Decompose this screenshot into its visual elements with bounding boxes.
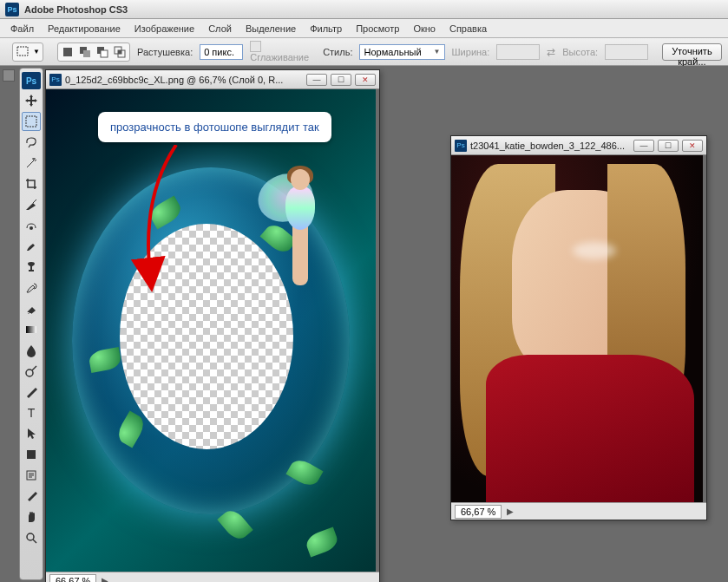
maximize-button[interactable]: ☐ [331, 74, 351, 86]
marquee-icon [16, 45, 30, 59]
zoom-tool[interactable] [22, 528, 41, 547]
eyedrop-icon [24, 489, 38, 503]
chevron-down-icon: ▼ [434, 48, 441, 56]
refine-edge-button[interactable]: Уточнить край... [662, 43, 722, 61]
dodge-icon [24, 364, 38, 378]
document-canvas-area[interactable]: прозрачность в фотошопе выглядит так [46, 89, 379, 572]
canvas-content [451, 155, 703, 502]
document-title: 0_125d2_c69bbc9c_XL.png @ 66,7% (Слой 0,… [65, 75, 303, 85]
notes-tool[interactable] [22, 466, 41, 485]
slice-tool[interactable] [22, 195, 41, 214]
eyedropper-tool[interactable] [22, 487, 41, 506]
marquee-icon [24, 114, 38, 128]
style-select[interactable]: Нормальный ▼ [359, 44, 444, 60]
pen-tool[interactable] [22, 383, 41, 402]
histbrush-icon [24, 281, 38, 295]
blur-icon [24, 343, 38, 357]
selection-mode-group [57, 43, 130, 62]
blur-tool[interactable] [22, 341, 41, 360]
gradient-tool[interactable] [22, 320, 41, 339]
status-expand-icon[interactable]: ▶ [102, 576, 108, 582]
selection-add-button[interactable] [78, 45, 92, 59]
svg-rect-11 [26, 326, 36, 333]
dock-edge-bar [0, 66, 17, 582]
lasso-tool[interactable] [22, 133, 41, 152]
brush-tool[interactable] [22, 237, 41, 256]
annotation-arrow-icon [124, 145, 211, 292]
shape-icon [24, 448, 38, 461]
move-tool[interactable] [22, 91, 41, 110]
document-titlebar[interactable]: Ps 0_125d2_c69bbc9c_XL.png @ 66,7% (Слой… [46, 70, 379, 89]
crop-tool[interactable] [22, 174, 41, 193]
svg-text:T: T [28, 406, 36, 420]
photoshop-icon: Ps [5, 3, 19, 16]
zoom-level-input[interactable]: 66,67 % [455, 505, 502, 519]
document-canvas-area[interactable] [451, 155, 706, 502]
zoom-level-input[interactable]: 66,67 % [49, 574, 96, 583]
photoshop-file-icon: Ps [455, 140, 467, 152]
svg-point-12 [26, 369, 33, 376]
tool-preset-picker[interactable]: ▼ [12, 43, 43, 62]
menu-select[interactable]: Выделение [246, 23, 296, 34]
shape-tool[interactable] [22, 445, 41, 464]
canvas-content: прозрачность в фотошопе выглядит так [46, 89, 376, 572]
type-tool[interactable]: T [22, 403, 41, 422]
width-label: Ширина: [452, 47, 490, 57]
status-expand-icon[interactable]: ▶ [507, 507, 514, 516]
svg-point-10 [30, 226, 33, 230]
app-titlebar: Ps Adobe Photoshop CS3 [0, 0, 728, 19]
svg-rect-1 [63, 48, 72, 56]
minimize-button[interactable]: — [633, 140, 654, 152]
photoshop-file-icon: Ps [49, 74, 62, 86]
document-window-1: Ps 0_125d2_c69bbc9c_XL.png @ 66,7% (Слой… [45, 69, 380, 582]
dodge-tool[interactable] [22, 362, 41, 381]
marquee-tool[interactable] [22, 112, 41, 131]
clone-stamp-tool[interactable] [22, 258, 41, 277]
document-statusbar: 66,67 % ▶ [451, 502, 706, 520]
antialias-checkbox-group: Сглаживание [250, 41, 309, 63]
main-area: Ps T Ps 0_125d2_c69bbc9c_XL.png @ 66,7% … [0, 66, 728, 582]
magic-wand-tool[interactable] [22, 154, 41, 173]
selection-intersect-button[interactable] [113, 45, 127, 59]
antialias-label: Сглаживание [250, 52, 309, 62]
zoom-icon [24, 531, 38, 545]
maximize-button[interactable]: ☐ [658, 140, 679, 152]
eraser-tool[interactable] [22, 299, 41, 318]
selection-subtract-button[interactable] [95, 45, 109, 59]
style-label: Стиль: [323, 47, 352, 57]
height-input [605, 44, 648, 60]
feather-label: Растушевка: [137, 47, 193, 57]
menu-edit[interactable]: Редактирование [48, 23, 121, 34]
crop-icon [24, 177, 38, 191]
type-icon: T [24, 406, 38, 420]
photoshop-logo-icon: Ps [22, 72, 41, 89]
move-icon [24, 94, 38, 108]
menu-image[interactable]: Изображение [134, 23, 194, 34]
workspace: Ps 0_125d2_c69bbc9c_XL.png @ 66,7% (Слой… [45, 66, 728, 582]
close-button[interactable]: ✕ [682, 140, 703, 152]
close-button[interactable]: ✕ [355, 74, 376, 86]
menu-window[interactable]: Окно [413, 23, 436, 34]
menu-filter[interactable]: Фильтр [310, 23, 342, 34]
selection-new-button[interactable] [61, 45, 75, 59]
wand-icon [24, 156, 38, 170]
antialias-checkbox [250, 41, 261, 52]
document-titlebar[interactable]: Ps t23041_katie_bowden_3_122_486... — ☐ … [451, 136, 706, 155]
annotation-tooltip: прозрачность в фотошопе выглядит так [98, 112, 331, 142]
menu-layer[interactable]: Слой [208, 23, 232, 34]
menu-view[interactable]: Просмотр [356, 23, 399, 34]
eraser-icon [24, 302, 38, 316]
menu-help[interactable]: Справка [449, 23, 487, 34]
svg-rect-8 [118, 50, 121, 54]
document-window-2: Ps t23041_katie_bowden_3_122_486... — ☐ … [450, 135, 707, 520]
hand-tool[interactable] [22, 507, 41, 526]
path-selection-tool[interactable] [22, 424, 41, 443]
dock-toggle-button[interactable] [3, 69, 15, 82]
heal-icon [24, 219, 38, 232]
menu-file[interactable]: Файл [10, 23, 34, 34]
svg-point-16 [27, 533, 34, 540]
history-brush-tool[interactable] [22, 278, 41, 298]
minimize-button[interactable]: — [306, 74, 327, 86]
feather-input[interactable] [200, 44, 243, 60]
healing-brush-tool[interactable] [22, 216, 41, 235]
